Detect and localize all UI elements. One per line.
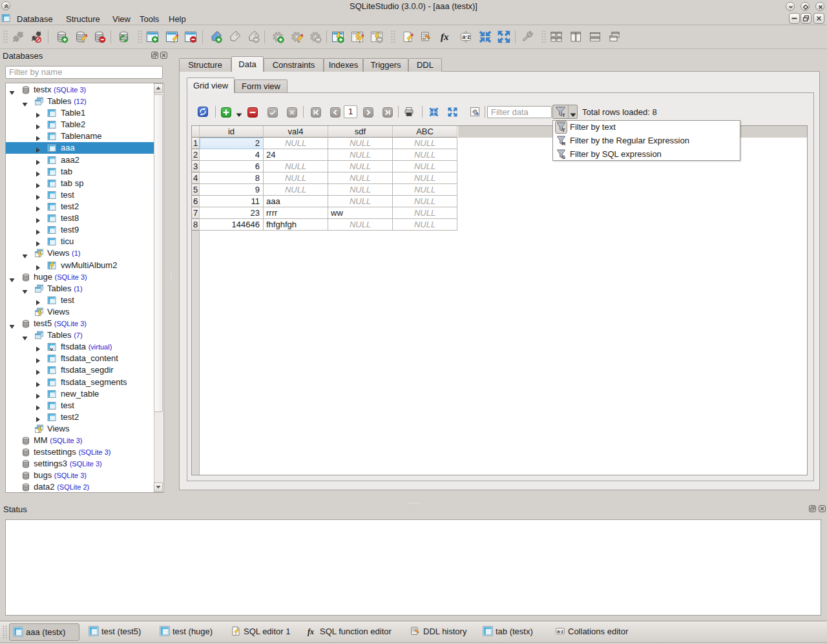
svg-text:S: S	[562, 154, 565, 160]
svg-text:T: T	[562, 127, 565, 133]
svg-text:fx: fx	[308, 627, 314, 636]
svg-text:R: R	[562, 141, 566, 147]
svg-text:fx: fx	[441, 32, 449, 42]
svg-text:v: v	[50, 346, 54, 351]
svg-text:a·z: a·z	[557, 629, 563, 634]
svg-text:a·z: a·z	[462, 34, 470, 40]
svg-text:T: T	[562, 112, 565, 118]
